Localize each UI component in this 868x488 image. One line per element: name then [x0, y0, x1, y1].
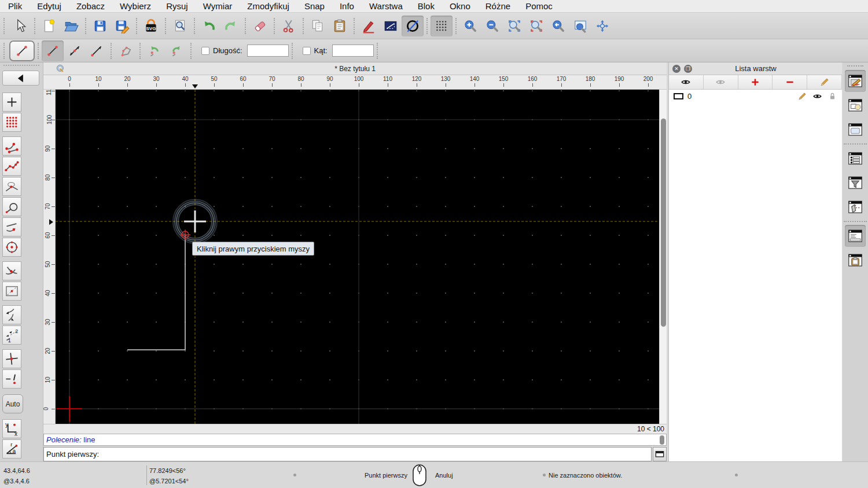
redo-button[interactable] — [220, 16, 242, 36]
line-attributes-button[interactable] — [380, 16, 402, 36]
grid-toggle-button[interactable] — [431, 16, 453, 36]
dock-command-line-button[interactable] — [845, 225, 866, 247]
toolbar-separator — [455, 18, 457, 34]
back-arrow-button[interactable] — [2, 71, 39, 86]
zoom-in-button[interactable] — [459, 16, 481, 36]
snap-grid-button[interactable] — [2, 113, 21, 132]
auto-snap-button[interactable]: Auto — [2, 394, 23, 413]
zoom-out-button[interactable] — [481, 16, 503, 36]
zoom-previous-button[interactable] — [525, 16, 547, 36]
redo-segment-button[interactable] — [165, 40, 187, 61]
layer-row[interactable]: 0 — [669, 90, 842, 103]
dock-block-list-button[interactable] — [845, 94, 866, 116]
line-arrow-button[interactable] — [86, 40, 108, 61]
snap-circle-center-button[interactable] — [2, 238, 21, 257]
snap-center-button[interactable] — [2, 177, 21, 196]
snap-intersection-manual-button[interactable] — [2, 282, 21, 301]
dock-reference-button[interactable] — [845, 196, 866, 218]
dock-library-browser-button[interactable] — [845, 119, 866, 141]
toolbar-drag-handle[interactable] — [847, 65, 863, 68]
polyline-button[interactable] — [115, 40, 137, 61]
dock-property-editor-button[interactable] — [845, 147, 866, 169]
draft-mode-button[interactable] — [402, 16, 424, 36]
save-as-button[interactable] — [111, 16, 133, 36]
menu-item-blok[interactable]: Blok — [418, 1, 435, 11]
h-ruler-tick — [185, 83, 186, 87]
snap-endpoints-button[interactable] — [2, 136, 21, 156]
select-arrow-button[interactable] — [9, 16, 31, 36]
menu-item-okno[interactable]: Okno — [450, 1, 470, 11]
coord-polar-button[interactable]: ra — [2, 439, 21, 459]
snap-distance-button[interactable] — [2, 217, 21, 236]
layer-lock-icon[interactable] — [827, 91, 837, 101]
line-double-arrow-button[interactable] — [64, 40, 86, 61]
menu-item-snap[interactable]: Snap — [304, 1, 325, 11]
snap-free-button[interactable] — [2, 93, 21, 112]
menu-item-warstwa[interactable]: Warstwa — [369, 1, 403, 11]
menu-item-edytuj[interactable]: Edytuj — [37, 1, 61, 11]
open-file-button[interactable] — [60, 16, 82, 36]
menu-item-plik[interactable]: Plik — [8, 1, 22, 11]
command-history[interactable]: Polecenie: line — [43, 434, 667, 446]
document-titlebar[interactable]: * Bez tytułu 1 — [43, 62, 667, 75]
add-layer-button[interactable] — [738, 75, 773, 89]
copy-button[interactable] — [307, 16, 329, 36]
length-checkbox[interactable] — [201, 47, 209, 55]
undo-segment-button[interactable] — [144, 40, 165, 61]
coord-cartesian-button[interactable]: yx — [2, 419, 21, 438]
dock-layer-list-button[interactable] — [845, 70, 866, 92]
svg-export-button[interactable]: SVG — [140, 16, 162, 36]
undo-button[interactable] — [198, 16, 220, 36]
snap-ortho-cross-button[interactable] — [2, 349, 21, 368]
length-input[interactable] — [247, 45, 289, 57]
snap-intersection-button[interactable] — [2, 261, 21, 280]
canvas-vertical-scrollbar[interactable] — [659, 90, 667, 424]
menu-item-wymiar[interactable]: Wymiar — [203, 1, 233, 11]
menu-item-zmodyfikuj[interactable]: Zmodyfikuj — [247, 1, 289, 11]
snap-tangent-button[interactable] — [2, 197, 21, 216]
menu-item-pomoc[interactable]: Pomoc — [525, 1, 553, 11]
command-scrollbar-thumb[interactable] — [660, 435, 664, 445]
save-button[interactable] — [89, 16, 111, 36]
dock-selection-filter-button[interactable] — [845, 172, 866, 194]
paste-button[interactable] — [329, 16, 351, 36]
zoom-window-button[interactable] — [569, 16, 591, 36]
snap-on-entity-button[interactable] — [2, 157, 21, 176]
menu-item-wybierz[interactable]: Wybierz — [120, 1, 151, 11]
toolbar-drag-handle[interactable] — [3, 43, 6, 59]
layer-visibility-eye-icon[interactable] — [812, 91, 822, 101]
restrict-horizontal-vertical-button[interactable]: 12 — [2, 326, 21, 345]
hide-all-layers-button[interactable] — [704, 75, 738, 89]
scrollbar-thumb[interactable] — [661, 119, 666, 327]
restrict-orthogonal-button[interactable] — [2, 305, 21, 324]
restrict-off-button[interactable] — [2, 369, 21, 389]
zoom-auto-button[interactable] — [503, 16, 525, 36]
menu-item-r-ne[interactable]: Różne — [486, 1, 510, 11]
dock-clipboard-button[interactable] — [845, 249, 866, 271]
angle-input[interactable] — [332, 45, 374, 57]
menu-item-rysuj[interactable]: Rysuj — [166, 1, 188, 11]
command-input[interactable]: Punkt pierwszy: — [43, 447, 652, 461]
cut-button[interactable] — [278, 16, 300, 36]
command-keyboard-button[interactable] — [653, 447, 667, 461]
menu-item-zobacz[interactable]: Zobacz — [76, 1, 105, 11]
remove-layer-button[interactable] — [773, 75, 807, 89]
draw-pen-button[interactable] — [358, 16, 380, 36]
grid-status: 10 < 100 — [43, 424, 667, 434]
new-document-button[interactable] — [38, 16, 60, 36]
redo-icon — [223, 19, 238, 34]
edit-layer-button[interactable] — [807, 75, 842, 89]
menu-item-info[interactable]: Info — [340, 1, 354, 11]
layer-edit-pencil-icon[interactable] — [797, 91, 807, 101]
eraser-button[interactable] — [249, 16, 271, 36]
zoom-back-button[interactable] — [547, 16, 569, 36]
show-all-layers-button[interactable] — [669, 75, 704, 89]
toolbar-drag-handle[interactable] — [3, 65, 39, 68]
toolbar-drag-handle[interactable] — [3, 18, 6, 34]
line-two-points-button[interactable] — [9, 40, 35, 61]
print-preview-button[interactable] — [169, 16, 191, 36]
line-segment-button[interactable] — [42, 40, 64, 61]
drawing-canvas[interactable]: Kliknij prawym przyciskiem myszy — [56, 90, 659, 424]
zoom-pan-button[interactable] — [591, 16, 613, 36]
angle-checkbox[interactable] — [303, 47, 311, 55]
